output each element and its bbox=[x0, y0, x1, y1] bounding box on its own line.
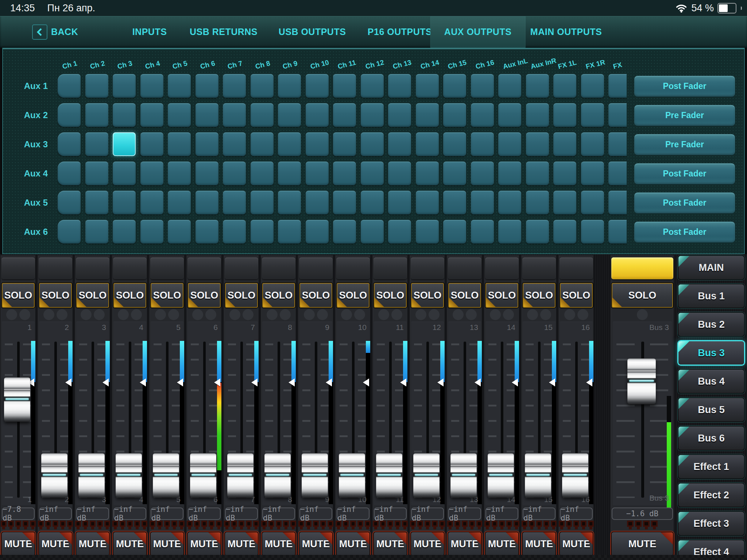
mute-button[interactable]: MUTE bbox=[150, 532, 184, 556]
matrix-cell[interactable] bbox=[58, 74, 81, 98]
matrix-cell[interactable] bbox=[140, 74, 163, 98]
matrix-cell[interactable] bbox=[196, 74, 218, 98]
matrix-cell[interactable] bbox=[581, 162, 604, 185]
mute-button[interactable]: MUTE bbox=[299, 532, 333, 556]
solo-button[interactable]: SOLO bbox=[448, 283, 481, 308]
mute-button[interactable]: MUTE bbox=[262, 532, 296, 556]
tab-p16-outputs[interactable]: P16 OUTPUTS bbox=[368, 16, 432, 48]
matrix-cell[interactable] bbox=[85, 74, 108, 98]
matrix-cell[interactable] bbox=[526, 132, 549, 156]
matrix-cell[interactable] bbox=[388, 162, 411, 185]
mute-button[interactable]: MUTE bbox=[187, 532, 221, 556]
matrix-cell[interactable] bbox=[306, 132, 329, 156]
matrix-cell[interactable] bbox=[251, 191, 274, 214]
matrix-cell[interactable] bbox=[113, 103, 136, 127]
matrix-cell[interactable] bbox=[306, 103, 329, 127]
solo-button[interactable]: SOLO bbox=[337, 283, 369, 308]
matrix-cell[interactable] bbox=[416, 132, 439, 156]
matrix-cell[interactable] bbox=[553, 103, 576, 127]
matrix-cell[interactable] bbox=[58, 162, 81, 185]
matrix-cell[interactable] bbox=[251, 132, 274, 156]
matrix-cell[interactable] bbox=[140, 103, 163, 127]
bus-button-effect-1[interactable]: Effect 1 bbox=[678, 454, 745, 479]
matrix-cell[interactable] bbox=[306, 220, 329, 244]
matrix-cell[interactable] bbox=[196, 220, 218, 244]
bus-button-bus-4[interactable]: Bus 4 bbox=[678, 369, 745, 394]
mute-button[interactable]: MUTE bbox=[448, 532, 482, 556]
matrix-cell[interactable] bbox=[333, 74, 356, 98]
bus-solo-button[interactable]: SOLO bbox=[612, 283, 673, 308]
solo-button[interactable]: SOLO bbox=[76, 283, 109, 308]
matrix-cell[interactable] bbox=[168, 132, 191, 156]
matrix-cell[interactable] bbox=[526, 191, 549, 214]
matrix-cell[interactable] bbox=[471, 162, 494, 185]
matrix-cell[interactable] bbox=[526, 220, 549, 244]
matrix-cell[interactable] bbox=[553, 74, 576, 98]
fader-cap[interactable] bbox=[562, 453, 588, 498]
matrix-cell[interactable] bbox=[333, 191, 356, 214]
matrix-cell[interactable] bbox=[553, 162, 576, 185]
matrix-cell[interactable] bbox=[443, 162, 466, 185]
matrix-cell[interactable] bbox=[608, 162, 627, 185]
matrix-cell[interactable] bbox=[140, 191, 163, 214]
solo-button[interactable]: SOLO bbox=[299, 283, 332, 308]
matrix-cell[interactable] bbox=[168, 162, 191, 185]
bus-button-effect-2[interactable]: Effect 2 bbox=[678, 483, 745, 508]
matrix-cell[interactable] bbox=[85, 162, 108, 185]
matrix-cell[interactable] bbox=[85, 103, 108, 127]
matrix-cell[interactable] bbox=[140, 132, 163, 156]
mute-button[interactable]: MUTE bbox=[410, 532, 445, 556]
matrix-cell[interactable] bbox=[581, 74, 604, 98]
matrix-cell[interactable] bbox=[553, 220, 576, 244]
matrix-cell[interactable] bbox=[416, 220, 439, 244]
matrix-cell[interactable] bbox=[168, 191, 191, 214]
matrix-cell[interactable] bbox=[388, 74, 411, 98]
matrix-cell-active[interactable] bbox=[113, 132, 136, 156]
tab-usb-returns[interactable]: USB RETURNS bbox=[190, 16, 258, 48]
matrix-cell[interactable] bbox=[113, 74, 136, 98]
matrix-cell[interactable] bbox=[388, 220, 411, 244]
matrix-cell[interactable] bbox=[223, 74, 246, 98]
matrix-cell[interactable] bbox=[196, 103, 218, 127]
matrix-cell[interactable] bbox=[306, 74, 329, 98]
bus-fader-cap[interactable] bbox=[627, 358, 656, 404]
matrix-cell[interactable] bbox=[361, 162, 384, 185]
solo-button[interactable]: SOLO bbox=[523, 283, 556, 308]
matrix-cell[interactable] bbox=[553, 132, 576, 156]
mute-button[interactable]: MUTE bbox=[559, 532, 593, 556]
solo-button[interactable]: SOLO bbox=[151, 283, 183, 308]
solo-button[interactable]: SOLO bbox=[485, 283, 518, 308]
matrix-cell[interactable] bbox=[223, 103, 246, 127]
matrix-cell[interactable] bbox=[608, 220, 627, 244]
matrix-cell[interactable] bbox=[498, 103, 521, 127]
mute-button[interactable]: MUTE bbox=[1, 532, 35, 556]
matrix-cell[interactable] bbox=[58, 103, 81, 127]
matrix-cell[interactable] bbox=[278, 103, 301, 127]
solo-button[interactable]: SOLO bbox=[411, 283, 444, 308]
matrix-cell[interactable] bbox=[498, 191, 521, 214]
matrix-cell[interactable] bbox=[333, 162, 356, 185]
matrix-cell[interactable] bbox=[416, 74, 439, 98]
matrix-cell[interactable] bbox=[361, 74, 384, 98]
fader-mode-button[interactable]: Post Fader bbox=[634, 163, 735, 184]
fader-cap[interactable] bbox=[413, 453, 440, 498]
matrix-cell[interactable] bbox=[278, 74, 301, 98]
matrix-cell[interactable] bbox=[581, 220, 604, 244]
solo-button[interactable]: SOLO bbox=[560, 283, 593, 308]
matrix-cell[interactable] bbox=[223, 132, 246, 156]
fader-cap[interactable] bbox=[4, 377, 30, 422]
matrix-cell[interactable] bbox=[306, 162, 329, 185]
matrix-cell[interactable] bbox=[196, 191, 218, 214]
matrix-cell[interactable] bbox=[388, 103, 411, 127]
fader-mode-button[interactable]: Pre Fader bbox=[634, 105, 735, 126]
matrix-cell[interactable] bbox=[471, 220, 494, 244]
fader-cap[interactable] bbox=[450, 453, 477, 498]
matrix-cell[interactable] bbox=[471, 132, 494, 156]
matrix-cell[interactable] bbox=[443, 103, 466, 127]
matrix-cell[interactable] bbox=[361, 220, 384, 244]
matrix-cell[interactable] bbox=[168, 103, 191, 127]
bus-button-bus-3[interactable]: Bus 3 bbox=[678, 341, 745, 365]
matrix-cell[interactable] bbox=[306, 191, 329, 214]
fader-cap[interactable] bbox=[41, 453, 67, 498]
bus-button-bus-6[interactable]: Bus 6 bbox=[678, 426, 745, 451]
